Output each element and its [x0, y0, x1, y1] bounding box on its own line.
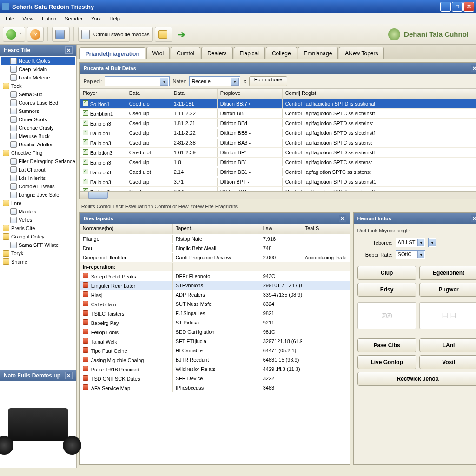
col-data1[interactable]: Data [126, 89, 171, 99]
btn-lanl[interactable]: LAnl [419, 338, 476, 352]
tab[interactable]: Flapical [234, 47, 265, 59]
upper-panel-close[interactable]: ✕ [471, 65, 476, 72]
btn-egeellonent[interactable]: Egeellonent [419, 266, 476, 280]
tb-btn-5[interactable] [155, 27, 172, 42]
grid-row[interactable]: Balibior3Caed uip3-14DHiton BPT -Control… [80, 187, 476, 191]
tab[interactable]: Wrol [146, 47, 170, 59]
tree-item[interactable]: Loota Metene [1, 73, 75, 82]
list-item[interactable]: Babeirg PayST Pidusa9211 [80, 318, 350, 327]
bobor-combo[interactable]: SOtIC [396, 250, 425, 259]
tb-btn-3[interactable] [52, 27, 70, 42]
col-propiove[interactable]: Propiove [218, 89, 283, 99]
menu-work[interactable]: York [87, 15, 105, 22]
diagram-1[interactable]: ⎚⎚ [357, 302, 416, 329]
list-item[interactable]: TSILC TaistersE.1Sinpallies9821 [80, 309, 350, 318]
grid-row[interactable]: Balibtion3Caed uiot1-61-2.39Dfiriton BP1… [80, 148, 476, 158]
list-item[interactable]: Hlas|ADP Realers339-47135 (08.9) [80, 290, 350, 299]
maximize-button[interactable]: □ [452, 2, 463, 12]
col-regist[interactable]: Comri| Regist [283, 89, 476, 99]
tree-item[interactable]: Preris Clte [1, 224, 75, 232]
tb-forward-button[interactable]: ➔ [174, 27, 189, 42]
lower-right-close[interactable]: ✕ [471, 215, 476, 222]
tree-item[interactable]: Shame [1, 258, 75, 266]
menu-sender[interactable]: Semder [61, 15, 86, 22]
list-item[interactable]: Jasing Migloble ChaingBJTR Recdunt64831;… [80, 355, 350, 364]
btn-clup[interactable]: Clup [357, 266, 416, 280]
tree-item[interactable]: Neac It Cjoles [1, 57, 75, 65]
filter-apply-button[interactable]: Eonmictione [249, 76, 288, 86]
menu-option[interactable]: Eption [38, 15, 60, 22]
list-item[interactable]: Einguler Reur LaterSTEvnbions299101 7 - … [80, 281, 350, 290]
teborec-extra[interactable] [428, 238, 436, 247]
diagram-2[interactable]: 🖥🖥 [419, 302, 476, 329]
grid-body[interactable]: Solition1Coed uip1-11-181Dfition BB:7 ›C… [80, 99, 476, 191]
tree-item[interactable]: Flier Delragring Seriance [1, 157, 75, 165]
tree-item[interactable]: Sema Sup [1, 90, 75, 99]
grid-row[interactable]: Balibion3Csed uip1.81-2.31Dfiriton BB4 -… [80, 119, 476, 128]
btn-live-gonlop[interactable]: Live Gonlop [357, 355, 416, 369]
tab[interactable]: Dealers [201, 47, 232, 59]
list-item[interactable]: CallebillamSUT Nuss Mafel8324 [80, 299, 350, 309]
btn-vosil[interactable]: Vosil [419, 355, 476, 369]
tab[interactable]: College [266, 47, 297, 59]
tree-item[interactable]: Sumnors [1, 107, 75, 115]
tab[interactable]: Priandet|niageration [79, 47, 145, 60]
tree-item[interactable]: Lat Charout [1, 165, 75, 174]
menu-file[interactable]: Eile [2, 15, 18, 22]
grid-row[interactable]: Balibion3Csed uip2-81-2.38Dftitton BA3 -… [80, 138, 476, 148]
list-item[interactable]: TSD ONIFSCK DatesSFR Device3222 [80, 374, 350, 383]
lower-left-close[interactable]: ✕ [339, 215, 346, 222]
list-item[interactable]: Fellop LoblsSED Cartiigiation981C [80, 327, 350, 337]
list-item[interactable]: Solicp Pectal PeaksDFEr Pliepnoto943C [80, 271, 350, 281]
btn-pase-cibs[interactable]: Pase Cibs [357, 338, 416, 352]
btn-rectwick-jenda[interactable]: Rectwick Jenda [357, 372, 476, 386]
tab[interactable]: Cumtol [171, 47, 200, 59]
menu-view[interactable]: View [19, 15, 37, 22]
btn-pugwer[interactable]: Pugwer [419, 283, 476, 297]
close-button[interactable]: ✕ [463, 2, 474, 12]
list-item[interactable]: Tipo Faut CelneHI Camable64471 (05.2.1) [80, 346, 350, 355]
grid-row[interactable]: Solition1Coed uip1-11-181Dfition BB:7 ›C… [80, 99, 476, 109]
tree-item[interactable]: Velies [1, 216, 75, 224]
tree-item[interactable]: Tock [1, 82, 75, 90]
tree-item[interactable]: Crechac Crasly [1, 124, 75, 132]
tree-item[interactable]: Toryk [1, 249, 75, 258]
tree-item[interactable]: Lds Inllenits [1, 174, 75, 182]
tree-item[interactable]: Coores Luse Bed [1, 99, 75, 107]
navigation-tree[interactable]: Neac It CjolesCaep IvidainLoota MeteneTo… [0, 56, 76, 370]
tree-item[interactable]: Reaitial Arluller [1, 140, 75, 149]
tree-item[interactable]: Chner Soots [1, 115, 75, 124]
tree-item[interactable]: Lnre [1, 199, 75, 207]
tree-item[interactable]: Sama SFF Wilate [1, 241, 75, 249]
list-item[interactable]: DnuBinglic Beht Aleali748 [80, 244, 350, 253]
list-item[interactable]: Dicepenic ElleublerCantt Pregrance Revie… [80, 253, 350, 262]
lower-grid-body[interactable]: FliangeRistop Nate7.916DnuBinglic Beht A… [80, 234, 350, 464]
teborec-combo[interactable]: AB.LST [396, 238, 425, 247]
tree-item[interactable]: Caep Ividain [1, 65, 75, 73]
tab[interactable]: ANew Topers [339, 47, 384, 59]
list-item[interactable]: Pullur T:616 PracicedWildiresior Reiats4… [80, 364, 350, 374]
grid-row[interactable]: Balibion3Caed ulot2.14Dfiriton BB1 -Cont… [80, 167, 476, 177]
tree-item[interactable]: Longnc Jove Sole [1, 191, 75, 199]
col-ployer[interactable]: Ployer [80, 89, 126, 99]
grid-row[interactable]: Bahbtion1Csed uip1-11-2.22Dfirton BB1 -C… [80, 109, 476, 119]
minimize-button[interactable]: ─ [440, 2, 451, 12]
col-data2[interactable]: Data [171, 89, 218, 99]
tab[interactable]: Emnianage [298, 47, 338, 59]
tree-item[interactable]: Chective Fing [1, 149, 75, 157]
tree-panel-close[interactable]: ✕ [65, 46, 73, 54]
tree-item[interactable]: Meause Buck [1, 132, 75, 140]
grid-row[interactable]: Balibion3Csed uip1-8Dfiriton BB1 -Contro… [80, 158, 476, 167]
preview-panel-close[interactable]: ✕ [65, 372, 73, 379]
menu-help[interactable]: Help [106, 15, 124, 22]
nater-filter-combo[interactable]: Recenle [189, 76, 240, 86]
tree-item[interactable]: Grangal Ootey [1, 232, 75, 241]
panel-filter-combo[interactable] [105, 76, 170, 86]
tb-status-button[interactable]: ˣ [3, 27, 25, 42]
list-item[interactable]: Tainal WelkSFT ETI|lucia3297121.18 (61.P… [80, 337, 350, 346]
horizontal-scrollbar[interactable] [80, 191, 476, 199]
grid-row[interactable]: Balibion3Csed uip3.71Dfftion BPT -Contro… [80, 177, 476, 187]
tb-combined-button[interactable]: Odmull stavolde madcas [78, 27, 152, 42]
btn-edsy[interactable]: Edsy [357, 283, 416, 297]
tree-item[interactable]: Maidela [1, 207, 75, 216]
